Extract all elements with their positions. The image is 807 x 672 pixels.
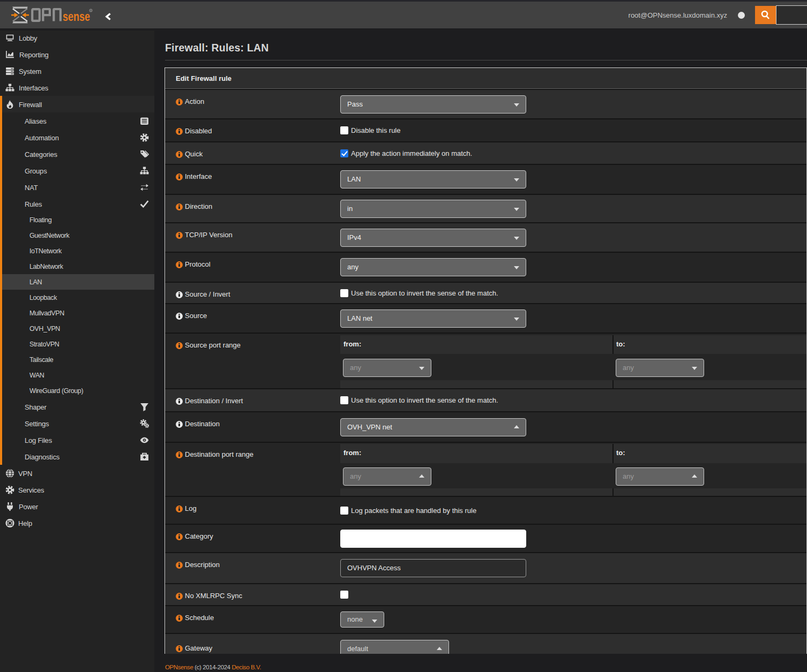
svg-text:R: R (90, 9, 92, 12)
svg-text:sense: sense (63, 9, 90, 24)
